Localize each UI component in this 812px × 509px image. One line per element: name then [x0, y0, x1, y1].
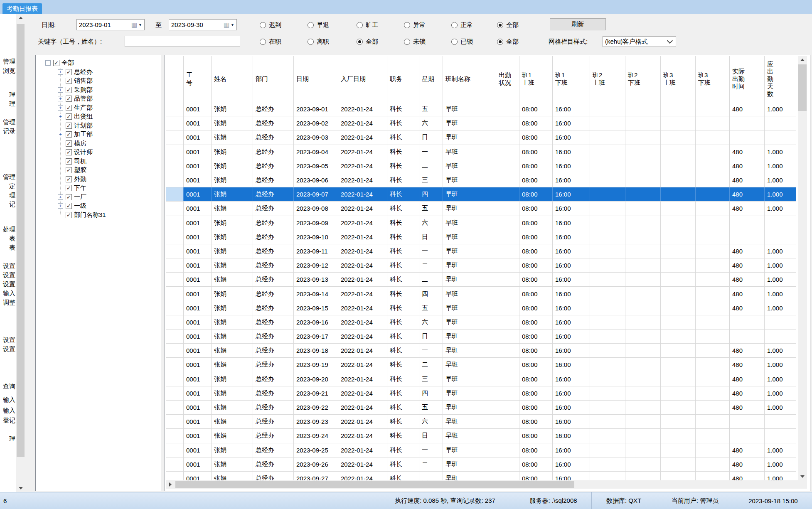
tree-checkbox[interactable]: ✓: [66, 96, 72, 102]
table-row[interactable]: 0001张娟总经办2023-09-052022-01-24科长二早班08:001…: [166, 159, 796, 173]
tree-item[interactable]: +✓加工部: [58, 130, 93, 139]
scrollbar-thumb[interactable]: [175, 481, 574, 488]
rail-menu-item[interactable]: 输入: [0, 406, 15, 415]
scroll-down-button[interactable]: [798, 473, 807, 480]
table-row[interactable]: 0001张娟总经办2023-09-152022-01-24科长五早班08:001…: [166, 301, 796, 315]
radio-attendance-1[interactable]: 迟到: [260, 21, 281, 29]
radio-attendance-4[interactable]: 异常: [404, 21, 426, 29]
table-row[interactable]: 0001张娟总经办2023-09-272022-01-24科长三早班08:001…: [166, 472, 796, 480]
radio-attendance-5[interactable]: 正常: [451, 21, 473, 29]
rail-menu-item[interactable]: 设置: [0, 262, 15, 270]
table-row[interactable]: 0001张娟总经办2023-09-122022-01-24科长二早班08:001…: [166, 258, 796, 273]
column-header-s2_in[interactable]: 班2上班: [590, 56, 625, 102]
radio-employee-3[interactable]: 全部: [357, 37, 378, 46]
scroll-right-button[interactable]: [166, 480, 175, 489]
rail-menu-item[interactable]: 表: [0, 243, 15, 252]
column-header-name[interactable]: 姓名: [212, 56, 253, 102]
tree-checkbox[interactable]: ✓: [66, 140, 72, 147]
tree-checkbox[interactable]: ✓: [66, 131, 72, 138]
tree-item[interactable]: +✓总经办: [58, 68, 93, 76]
grid-vertical-scrollbar[interactable]: [798, 56, 807, 480]
radio-attendance-3[interactable]: 旷工: [357, 21, 378, 29]
grid-style-select[interactable]: (kehu)客户格式: [603, 36, 676, 47]
tree-checkbox[interactable]: ✓: [66, 105, 72, 111]
tree-item[interactable]: −✓全部: [45, 59, 74, 67]
table-row-selected[interactable]: 0001张娟总经办2023-09-072022-01-24科长四早班08:001…: [166, 187, 796, 202]
tree-checkbox[interactable]: ✓: [66, 203, 72, 209]
tree-checkbox[interactable]: ✓: [66, 149, 72, 155]
column-header-s3_in[interactable]: 班3上班: [661, 56, 696, 102]
expand-icon[interactable]: +: [58, 87, 63, 93]
tree-checkbox[interactable]: ✓: [66, 176, 72, 182]
column-header-title[interactable]: 职务: [387, 56, 419, 102]
scrollbar-thumb[interactable]: [798, 64, 807, 111]
table-row[interactable]: 0001张娟总经办2023-09-222022-01-24科长五早班08:001…: [166, 401, 796, 415]
table-row[interactable]: 0001张娟总经办2023-09-192022-01-24科长二早班08:001…: [166, 358, 796, 372]
rail-menu-item[interactable]: 处理: [0, 225, 15, 234]
rail-menu-item[interactable]: 登记: [0, 416, 15, 425]
refresh-button[interactable]: 刷新: [550, 18, 606, 30]
expand-icon[interactable]: +: [58, 96, 63, 101]
table-row[interactable]: 0001张娟总经办2023-09-132022-01-24科长三早班08:001…: [166, 273, 796, 287]
table-row[interactable]: 0001张娟总经办2023-09-062022-01-24科长三早班08:001…: [166, 173, 796, 187]
rail-menu-item[interactable]: 定: [0, 182, 15, 190]
tree-item[interactable]: ✓销售部: [58, 76, 93, 85]
collapse-icon[interactable]: −: [45, 60, 51, 66]
date-from-input[interactable]: 2023-09-01 ▦ ▼: [76, 19, 145, 30]
left-rail-scrollbar[interactable]: [16, 14, 25, 492]
rail-menu-item[interactable]: 记: [0, 200, 15, 209]
column-header-date[interactable]: 日期: [294, 56, 338, 102]
tree-item[interactable]: +✓出货组: [58, 112, 93, 121]
tree-checkbox[interactable]: ✓: [66, 212, 72, 218]
rail-menu-item[interactable]: 设置: [0, 345, 15, 353]
tree-item[interactable]: +✓品管部: [58, 94, 93, 103]
rail-menu-item[interactable]: 调整: [0, 298, 15, 307]
rail-menu-item[interactable]: 理: [0, 191, 15, 199]
table-row[interactable]: 0001张娟总经办2023-09-212022-01-24科长四早班08:001…: [166, 386, 796, 401]
rail-menu-item[interactable]: 设置: [0, 336, 15, 344]
table-row[interactable]: 0001张娟总经办2023-09-182022-01-24科长一早班08:001…: [166, 344, 796, 358]
table-row[interactable]: 0001张娟总经办2023-09-242022-01-24科长日早班08:001…: [166, 429, 796, 443]
expand-icon[interactable]: +: [58, 114, 63, 119]
expand-icon[interactable]: +: [58, 132, 63, 137]
rail-menu-item[interactable]: 理: [0, 91, 15, 99]
calendar-icon[interactable]: ▦: [224, 21, 229, 29]
tree-checkbox[interactable]: ✓: [53, 60, 59, 66]
scroll-up-button[interactable]: [16, 14, 25, 22]
scroll-up-button[interactable]: [798, 56, 807, 64]
tree-item[interactable]: ✓下午: [58, 184, 86, 192]
tree-checkbox[interactable]: ✓: [66, 78, 72, 84]
rail-menu-item[interactable]: 管理: [0, 118, 15, 126]
tree-item[interactable]: ✓部门名称31: [58, 211, 106, 219]
radio-employee-6[interactable]: 全部: [497, 37, 519, 46]
column-header-hire_date[interactable]: 入厂日期: [338, 56, 387, 102]
tree-checkbox[interactable]: ✓: [66, 158, 72, 165]
table-row[interactable]: 0001张娟总经办2023-09-102022-01-24科长日早班08:001…: [166, 230, 796, 244]
expand-icon[interactable]: +: [58, 203, 63, 209]
table-row[interactable]: 0001张娟总经办2023-09-012022-01-24科长五早班08:001…: [166, 102, 796, 116]
column-header-week[interactable]: 星期: [419, 56, 443, 102]
dropdown-arrow-icon[interactable]: ▼: [231, 23, 234, 27]
table-row[interactable]: 0001张娟总经办2023-09-142022-01-24科长四早班08:001…: [166, 287, 796, 301]
column-header-emp_no[interactable]: 工号: [184, 56, 212, 102]
tree-checkbox[interactable]: ✓: [66, 87, 72, 93]
rail-menu-item[interactable]: 理: [0, 100, 15, 108]
tree-checkbox[interactable]: ✓: [66, 185, 72, 191]
rail-menu-item[interactable]: 管理: [0, 173, 15, 181]
rail-menu-item[interactable]: 浏览: [0, 66, 15, 75]
radio-employee-1[interactable]: 在职: [260, 37, 281, 46]
table-row[interactable]: 0001张娟总经办2023-09-042022-01-24科长一早班08:001…: [166, 145, 796, 159]
column-header-status[interactable]: 出勤状况: [496, 56, 519, 102]
rail-menu-item[interactable]: 设置: [0, 280, 15, 288]
column-header-s1_in[interactable]: 班1上班: [519, 56, 553, 102]
column-header-actual_minutes[interactable]: 实际出勤时间: [730, 56, 765, 102]
table-row[interactable]: 0001张娟总经办2023-09-162022-01-24科长六早班08:001…: [166, 315, 796, 329]
table-row[interactable]: 0001张娟总经办2023-09-032022-01-24科长日早班08:001…: [166, 130, 796, 145]
dropdown-arrow-icon[interactable]: ▼: [138, 23, 142, 27]
column-header-dept[interactable]: 部门: [253, 56, 294, 102]
column-header-s2_out[interactable]: 班2下班: [625, 56, 661, 102]
tab-attendance-daily-report[interactable]: 考勤日报表: [2, 3, 42, 14]
expand-icon[interactable]: +: [58, 194, 63, 200]
scroll-down-button[interactable]: [16, 484, 25, 492]
tree-item[interactable]: +✓生产部: [58, 103, 93, 112]
